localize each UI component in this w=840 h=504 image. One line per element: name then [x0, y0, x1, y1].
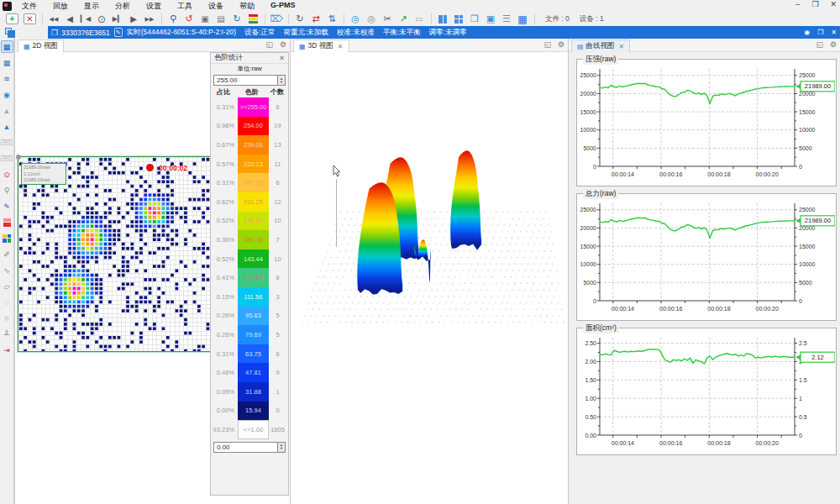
monitor-icon[interactable]: ▣ — [483, 13, 498, 25]
tab-3d-view[interactable]: ▦ 3D 视图 ✕ — [293, 39, 349, 52]
close-frame-icon[interactable]: ✕ — [24, 13, 36, 24]
annotate-pen-icon[interactable]: ✎ — [1, 200, 13, 213]
tab-2d-view[interactable]: ▦ 2D 视图 — [18, 39, 64, 52]
scissors-icon[interactable]: ✂ — [380, 13, 395, 25]
record-stop-icon[interactable]: ⊙ — [94, 13, 109, 25]
region-icon[interactable]: ▭ — [412, 13, 427, 25]
record-indicator-icon[interactable]: ◉ — [804, 29, 810, 36]
camera-sync-icon[interactable]: ↻ — [229, 13, 244, 25]
pressure-grid-region[interactable]: 21989.00raw 2.12cm² 21989.00raw Y 00:00:… — [18, 156, 212, 352]
skip-end-icon[interactable]: ▶▎ — [110, 13, 125, 25]
gear-icon[interactable]: ⚙ — [558, 40, 564, 49]
dock-columns-icon[interactable] — [435, 13, 450, 25]
max-level-input[interactable]: 255.00 ▲▼ — [213, 75, 286, 86]
expand-icon[interactable]: ◱ — [816, 40, 823, 49]
avg-frames-icon[interactable]: AVG — [1, 136, 13, 149]
svg-text:10000: 10000 — [799, 127, 816, 133]
edit-device-icon[interactable]: ✎ — [114, 28, 123, 37]
expand-icon[interactable]: ◱ — [265, 40, 273, 49]
menu-item-5[interactable]: 工具 — [176, 1, 194, 12]
device-status-0: 设备:正常 — [244, 28, 275, 38]
float-icon[interactable]: ❐ — [817, 29, 823, 36]
record-dot-icon[interactable]: ⊙ — [1, 168, 13, 181]
gear-icon[interactable]: ⚙ — [830, 40, 837, 49]
close-icon[interactable]: ✕ — [830, 0, 837, 8]
palette-grid-icon[interactable] — [1, 232, 13, 244]
loop-icon[interactable]: ↺ — [181, 13, 197, 25]
menu-item-8[interactable]: G-PMS — [269, 1, 297, 12]
export-region-icon[interactable]: ⇥ — [1, 344, 13, 356]
view-2d-icon[interactable]: ▦ — [1, 40, 13, 53]
list-view-icon[interactable]: ☰ — [499, 13, 514, 25]
tab-close-icon[interactable]: ✕ — [619, 43, 625, 50]
avg-time-icon[interactable]: AVG — [1, 152, 13, 165]
pressure-heatmap-canvas[interactable] — [18, 157, 211, 351]
trash-icon[interactable]: ⌦ — [269, 13, 284, 25]
color-panel-close-icon[interactable]: ✕ — [279, 54, 285, 62]
fast-forward-icon[interactable]: ▶▶ — [142, 13, 157, 25]
menu-item-6[interactable]: 设备 — [207, 1, 225, 12]
pin-icon[interactable]: ⚲ — [165, 13, 181, 25]
pencil-icon[interactable]: ✐ — [1, 248, 13, 260]
tab-curve-view[interactable]: ▤ 曲线视图 ✕ — [571, 39, 630, 52]
cascade-windows-icon[interactable] — [5, 28, 12, 34]
play-icon[interactable]: ▶ — [126, 13, 141, 25]
rewind-icon[interactable]: ◀◀ — [46, 13, 61, 25]
float-window-icon[interactable]: ❐ — [467, 13, 482, 25]
focus-gray-icon[interactable]: ◎ — [364, 13, 379, 25]
min-spinner[interactable]: ▲▼ — [277, 443, 285, 452]
share-icon[interactable]: ↗ — [396, 13, 411, 25]
menu-item-2[interactable]: 显示 — [82, 1, 101, 12]
info-pressure-value: 21989.00raw — [24, 165, 64, 171]
expand-icon[interactable]: ◱ — [543, 40, 551, 49]
focus-blue-icon[interactable]: ◎ — [348, 13, 363, 25]
gear-icon[interactable]: ⚙ — [280, 40, 286, 49]
min-level-value: 0.00 — [217, 444, 230, 451]
view-curve-icon[interactable]: ◉ — [1, 88, 13, 101]
skip-start-icon[interactable]: ▎◀ — [78, 13, 93, 25]
tool-sidebar: ▦▦≋◉▲▲AVGAVG⊙⚲✎✐∿▱◌○╨⇥ — [0, 39, 14, 504]
rotate-icon[interactable]: ↻ — [292, 13, 307, 25]
svg-text:00:00:18: 00:00:18 — [707, 171, 730, 177]
surface-3d-canvas[interactable] — [291, 52, 567, 503]
probe-icon[interactable]: ⚲ — [1, 184, 13, 197]
close-bar-icon[interactable]: ✕ — [831, 29, 837, 36]
device-bar-dock — [0, 26, 48, 39]
max-spinner[interactable]: ▲▼ — [277, 76, 285, 85]
view-2d-split-icon[interactable]: ▦ — [1, 56, 13, 69]
polygon-node-icon[interactable]: ◌ — [1, 296, 13, 308]
tab-close-icon[interactable]: ✕ — [338, 43, 344, 50]
min-level-input[interactable]: 0.00 ▲▼ — [213, 442, 286, 453]
camera-icon[interactable]: ▣ — [197, 13, 213, 25]
peak-blue-icon[interactable]: ▲ — [1, 120, 13, 133]
color-scale-row: 0.26%95.635 — [211, 307, 288, 326]
svg-text:5000: 5000 — [799, 145, 812, 151]
menu-item-7[interactable]: 帮助 — [238, 1, 256, 12]
row-percent: 0.00% — [211, 407, 236, 414]
menu-item-0[interactable]: 文件 — [20, 1, 39, 12]
circle-tool-icon[interactable]: ○ — [1, 312, 13, 324]
colorbar-icon[interactable] — [245, 13, 260, 25]
region-handle[interactable] — [16, 155, 21, 160]
camera-export-icon[interactable]: ▤ — [213, 13, 228, 25]
step-back-icon[interactable]: ◀ — [62, 13, 77, 25]
menu-item-3[interactable]: 分析 — [113, 1, 132, 12]
measurement-info-box[interactable]: 21989.00raw 2.12cm² 21989.00raw — [21, 163, 66, 185]
matrix-view-icon[interactable]: ▦ — [515, 13, 530, 25]
gradient-swatch-icon[interactable] — [1, 216, 13, 228]
swap-horizontal-icon[interactable]: ⇄ — [308, 13, 323, 25]
rect-tool-icon[interactable]: ▱ — [1, 280, 13, 292]
add-frame-icon[interactable]: + — [6, 13, 18, 24]
dock-grid-icon[interactable] — [451, 13, 466, 25]
svg-text:0.5: 0.5 — [799, 414, 807, 420]
menu-item-4[interactable]: 设置 — [144, 1, 163, 12]
view-3d-surface-icon[interactable]: ≋ — [1, 72, 13, 85]
polyline-icon[interactable]: ∿ — [1, 264, 13, 276]
peak-gray-icon[interactable]: ▲ — [1, 104, 13, 117]
row-percent: 0.31% — [211, 350, 236, 358]
swap-vertical-icon[interactable]: ⇅ — [324, 13, 339, 25]
menu-item-1[interactable]: 回放 — [51, 1, 70, 12]
minimize-icon[interactable]: – — [795, 0, 800, 8]
axis-tool-icon[interactable]: ╨ — [1, 328, 13, 340]
maximize-icon[interactable]: ❒ — [811, 0, 818, 8]
